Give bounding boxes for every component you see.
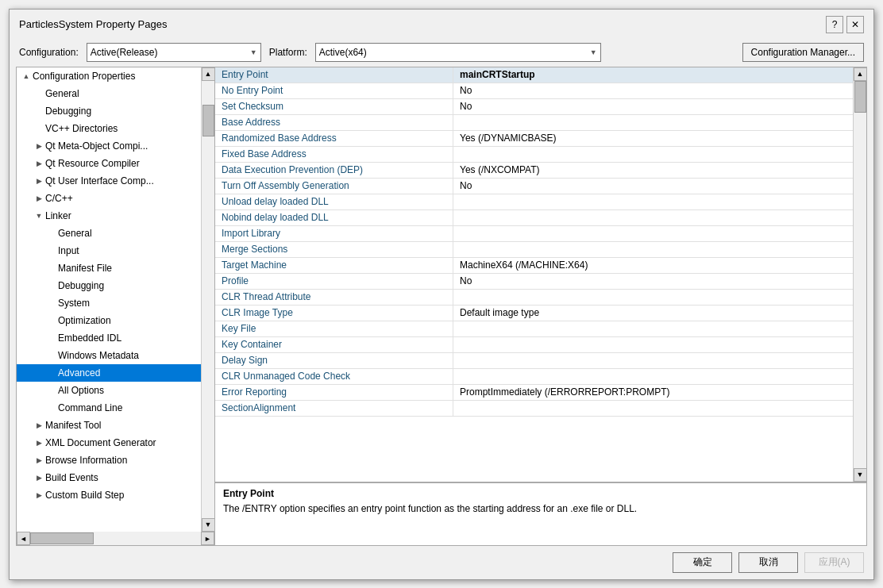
expand-icon-xml-doc: ▶ xyxy=(33,439,45,447)
ok-button[interactable]: 确定 xyxy=(673,552,732,573)
tree-label-linker-embedded: Embedded IDL xyxy=(58,332,121,344)
description-title: Entry Point xyxy=(223,488,858,499)
title-buttons: ? ✕ xyxy=(826,16,864,33)
props-row[interactable]: Entry PointmainCRTStartup xyxy=(215,67,853,83)
tree-item-linker-optimization[interactable]: Optimization xyxy=(17,312,201,329)
tree-item-build-events[interactable]: ▶Build Events xyxy=(17,469,201,486)
props-scroll-track[interactable] xyxy=(854,81,867,468)
props-vscrollbar[interactable]: ▲ ▼ xyxy=(853,67,866,482)
props-row[interactable]: Merge Sections xyxy=(215,242,853,258)
tree-hscroll-right[interactable]: ► xyxy=(201,532,214,545)
tree-item-vc-dirs[interactable]: VC++ Directories xyxy=(17,120,201,137)
tree-vscrollbar[interactable]: ▲ ▼ xyxy=(201,67,214,532)
tree-scroll-track[interactable] xyxy=(202,81,215,518)
tree-item-qt-meta[interactable]: ▶Qt Meta-Object Compi... xyxy=(17,137,201,155)
expand-icon-qt-ui: ▶ xyxy=(33,177,45,185)
props-row[interactable]: ProfileNo xyxy=(215,274,853,290)
props-row[interactable]: Randomized Base AddressYes (/DYNAMICBASE… xyxy=(215,131,853,147)
tree-item-linker-input[interactable]: Input xyxy=(17,242,201,259)
tree-hscroll-left[interactable]: ◄ xyxy=(17,532,30,545)
tree-item-qt-resource[interactable]: ▶Qt Resource Compiler xyxy=(17,155,201,172)
tree-label-custom-build: Custom Build Step xyxy=(45,490,124,501)
props-row[interactable]: Error ReportingPromptImmediately (/ERROR… xyxy=(215,385,853,401)
tree-item-config-props[interactable]: ▲Configuration Properties xyxy=(17,67,201,85)
tree-item-qt-ui[interactable]: ▶Qt User Interface Comp... xyxy=(17,172,201,190)
props-row[interactable]: Nobind delay loaded DLL xyxy=(215,210,853,226)
tree-scroll-up[interactable]: ▲ xyxy=(202,67,215,81)
tree-label-debugging: Debugging xyxy=(45,106,91,117)
tree-item-browse-info[interactable]: ▶Browse Information xyxy=(17,452,201,469)
props-row[interactable]: Base Address xyxy=(215,115,853,131)
tree-item-manifest-tool[interactable]: ▶Manifest Tool xyxy=(17,417,201,434)
props-row[interactable]: Key File xyxy=(215,321,853,337)
tree-label-linker-system: System xyxy=(58,298,90,309)
tree-label-linker-manifest: Manifest File xyxy=(58,263,112,274)
props-value xyxy=(453,290,853,305)
tree-item-linker-embedded[interactable]: Embedded IDL xyxy=(17,329,201,347)
props-row[interactable]: Delay Sign xyxy=(215,353,853,369)
tree-item-custom-build[interactable]: ▶Custom Build Step xyxy=(17,486,201,504)
tree-label-linker-input: Input xyxy=(58,245,79,256)
tree-item-linker-cmdline[interactable]: Command Line xyxy=(17,399,201,417)
close-button[interactable]: ✕ xyxy=(846,16,864,33)
props-row[interactable]: Data Execution Prevention (DEP)Yes (/NXC… xyxy=(215,163,853,179)
props-key: Base Address xyxy=(215,115,453,130)
props-row[interactable]: Unload delay loaded DLL xyxy=(215,194,853,210)
tree-label-linker-all-opts: All Options xyxy=(58,385,104,396)
tree-item-linker-advanced[interactable]: Advanced xyxy=(17,364,201,382)
props-row[interactable]: Key Container xyxy=(215,337,853,353)
props-value: MachineX64 (/MACHINE:X64) xyxy=(453,258,853,273)
tree-hscroll-thumb[interactable] xyxy=(30,532,94,544)
props-scroll-up[interactable]: ▲ xyxy=(854,67,867,81)
tree-label-vc-dirs: VC++ Directories xyxy=(45,123,118,134)
tree-item-linker-all-opts[interactable]: All Options xyxy=(17,382,201,399)
props-row[interactable]: CLR Thread Attribute xyxy=(215,290,853,306)
tree-scroll-thumb[interactable] xyxy=(202,105,214,136)
tree-panel: ▲Configuration PropertiesGeneralDebuggin… xyxy=(17,67,215,545)
props-row[interactable]: Turn Off Assembly GenerationNo xyxy=(215,179,853,194)
bottom-buttons: 确定 取消 应用(A) xyxy=(10,546,873,579)
config-dropdown[interactable]: Active(Release) ▼ xyxy=(87,43,261,62)
tree-item-linker-general[interactable]: General xyxy=(17,225,201,242)
props-row[interactable]: Import Library xyxy=(215,226,853,242)
tree-hscrollbar[interactable]: ◄ ► xyxy=(17,532,214,545)
tree-item-cpp[interactable]: ▶C/C++ xyxy=(17,190,201,207)
props-key: CLR Unmanaged Code Check xyxy=(215,369,453,384)
apply-button[interactable]: 应用(A) xyxy=(804,552,864,573)
platform-dropdown[interactable]: Active(x64) ▼ xyxy=(315,43,601,62)
config-dropdown-arrow: ▼ xyxy=(250,48,257,56)
tree-item-general[interactable]: General xyxy=(17,85,201,102)
tree-label-xml-doc: XML Document Generator xyxy=(45,437,156,448)
props-key: Import Library xyxy=(215,226,453,241)
cancel-button[interactable]: 取消 xyxy=(738,552,798,573)
tree-label-manifest-tool: Manifest Tool xyxy=(45,420,101,431)
tree-item-linker-system[interactable]: System xyxy=(17,294,201,312)
props-row[interactable]: SectionAlignment xyxy=(215,401,853,417)
expand-icon-qt-meta: ▶ xyxy=(33,142,45,150)
platform-dropdown-arrow: ▼ xyxy=(590,48,597,56)
expand-icon-linker: ▼ xyxy=(33,212,45,220)
help-button[interactable]: ? xyxy=(826,16,843,33)
expand-icon-custom-build: ▶ xyxy=(33,491,45,499)
props-row[interactable]: Set ChecksumNo xyxy=(215,99,853,115)
config-manager-button[interactable]: Configuration Manager... xyxy=(742,43,864,62)
props-row[interactable]: Fixed Base Address xyxy=(215,147,853,163)
tree-item-linker-debugging[interactable]: Debugging xyxy=(17,277,201,294)
props-row[interactable]: Target MachineMachineX64 (/MACHINE:X64) xyxy=(215,258,853,274)
tree-item-xml-doc[interactable]: ▶XML Document Generator xyxy=(17,434,201,452)
tree-label-linker-cmdline: Command Line xyxy=(58,402,122,413)
tree-item-linker-manifest[interactable]: Manifest File xyxy=(17,259,201,277)
props-row[interactable]: CLR Unmanaged Code Check xyxy=(215,369,853,385)
props-row[interactable]: No Entry PointNo xyxy=(215,83,853,99)
props-scroll-thumb[interactable] xyxy=(854,81,866,113)
tree-item-linker[interactable]: ▼Linker xyxy=(17,207,201,225)
tree-item-debugging[interactable]: Debugging xyxy=(17,102,201,120)
tree-scroll-down[interactable]: ▼ xyxy=(202,518,215,532)
props-scroll-down[interactable]: ▼ xyxy=(854,468,867,482)
property-pages-dialog: ParticlesSystem Property Pages ? ✕ Confi… xyxy=(9,9,874,580)
props-row[interactable]: CLR Image TypeDefault image type xyxy=(215,306,853,321)
tree-hscroll-track[interactable] xyxy=(30,532,201,545)
tree-item-linker-win-meta[interactable]: Windows Metadata xyxy=(17,347,201,364)
props-key: Entry Point xyxy=(215,67,453,83)
expand-icon-build-events: ▶ xyxy=(33,474,45,482)
